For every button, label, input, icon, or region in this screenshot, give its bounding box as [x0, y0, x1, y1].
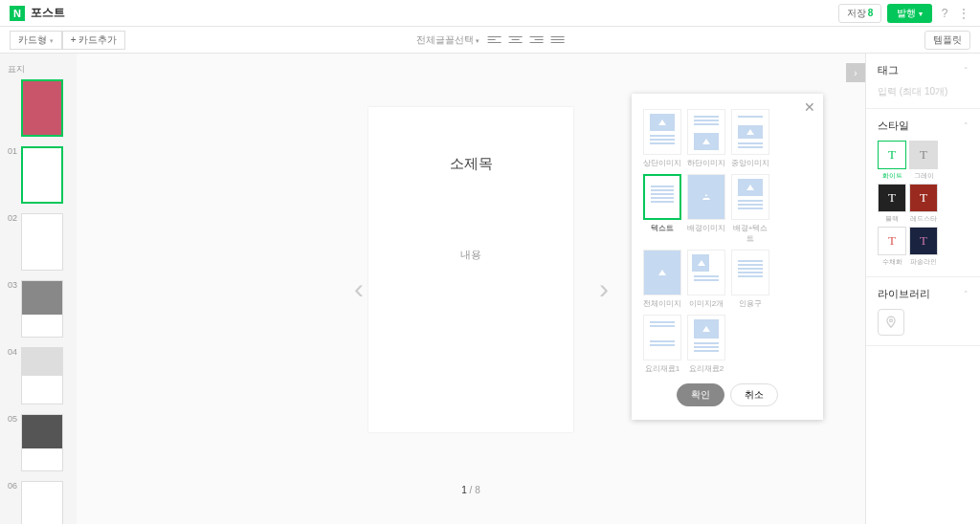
- template-button[interactable]: 템플릿: [924, 31, 970, 50]
- cover-label: 표지: [8, 63, 69, 76]
- layout-option-10[interactable]: 요리재료2: [687, 315, 725, 374]
- thumb-05[interactable]: [21, 414, 63, 471]
- save-button[interactable]: 저장8: [838, 4, 882, 23]
- style-option-3[interactable]: T레드스타: [909, 184, 938, 224]
- align-center-icon[interactable]: [508, 33, 522, 47]
- library-panel-header[interactable]: 라이브러리˄: [878, 287, 969, 301]
- thumb-num: 04: [8, 347, 17, 357]
- style-option-4[interactable]: T수채화: [878, 227, 906, 267]
- layout-option-4[interactable]: 배경이미지: [687, 174, 725, 244]
- svg-point-0: [890, 319, 893, 322]
- publish-button[interactable]: 발행 ▾: [887, 4, 932, 23]
- tag-input[interactable]: 입력 (최대 10개): [878, 85, 969, 98]
- thumb-04[interactable]: [21, 347, 63, 404]
- thumb-num: 01: [8, 146, 17, 156]
- confirm-button[interactable]: 확인: [677, 383, 724, 406]
- thumb-num: 05: [8, 414, 17, 424]
- tag-panel-header[interactable]: 태그˄: [878, 63, 969, 77]
- font-select[interactable]: 전체글꼴선택 ▾: [416, 33, 480, 47]
- brand-name: 포스트: [31, 5, 65, 21]
- layout-option-8[interactable]: 인용구: [731, 250, 769, 309]
- layout-option-1[interactable]: 하단이미지: [687, 109, 725, 168]
- help-icon[interactable]: ?: [938, 7, 951, 20]
- more-icon[interactable]: ⋮: [957, 7, 970, 20]
- thumb-num: 06: [8, 481, 17, 491]
- card-body-input[interactable]: 내용: [460, 248, 481, 262]
- thumb-01[interactable]: [21, 146, 63, 204]
- layout-option-9[interactable]: 요리재료1: [643, 315, 681, 374]
- cancel-button[interactable]: 취소: [730, 383, 778, 406]
- location-icon[interactable]: [878, 309, 904, 336]
- style-option-1[interactable]: T그레이: [909, 141, 938, 181]
- chevron-up-icon: ˄: [964, 290, 969, 299]
- thumb-num: 02: [8, 213, 17, 223]
- chevron-up-icon: ˄: [964, 121, 969, 131]
- style-option-2[interactable]: T블랙: [878, 184, 906, 224]
- canvas: ‹ 소제목 내용 › 1 / 8 › ✕ 상단이미지하단이미지중앙이미지텍스트배…: [77, 54, 865, 524]
- style-option-0[interactable]: T화이트: [878, 141, 906, 181]
- thumbnail-sidebar: 표지 01 02 03 04 05 06: [0, 54, 77, 524]
- chevron-up-icon: ˄: [964, 66, 969, 76]
- thumb-02[interactable]: [21, 213, 63, 271]
- layout-option-6[interactable]: 전체이미지: [643, 250, 681, 309]
- align-justify-icon[interactable]: [550, 33, 564, 47]
- layout-option-7[interactable]: 이미지2개: [687, 250, 725, 309]
- save-badge: 8: [868, 8, 874, 18]
- style-option-5[interactable]: T파송라인: [909, 227, 938, 267]
- thumb-num: 03: [8, 280, 17, 290]
- pager: 1 / 8: [461, 485, 479, 495]
- layout-option-0[interactable]: 상단이미지: [643, 109, 681, 168]
- thumb-cover[interactable]: [21, 79, 63, 137]
- thumb-06[interactable]: [21, 481, 63, 524]
- layout-option-3[interactable]: 텍스트: [643, 174, 681, 244]
- style-panel-header[interactable]: 스타일˄: [878, 119, 969, 133]
- prev-card-button[interactable]: ‹: [354, 273, 364, 305]
- close-icon[interactable]: ✕: [804, 99, 815, 115]
- next-card-button[interactable]: ›: [599, 273, 609, 305]
- add-card-button[interactable]: + 카드추가: [62, 31, 126, 50]
- card-editor[interactable]: 소제목 내용: [368, 107, 573, 432]
- layout-option-2[interactable]: 중앙이미지: [731, 109, 769, 168]
- logo: N: [10, 6, 25, 21]
- layout-option-5[interactable]: 배경+텍스트: [731, 174, 769, 244]
- layout-popup: ✕ 상단이미지하단이미지중앙이미지텍스트배경이미지배경+텍스트전체이미지이미지2…: [632, 94, 823, 420]
- collapse-right-icon[interactable]: ›: [846, 63, 865, 82]
- card-type-select[interactable]: 카드형 ▾: [10, 31, 62, 50]
- align-right-icon[interactable]: [529, 33, 543, 47]
- thumb-03[interactable]: [21, 280, 63, 338]
- right-sidebar: 태그˄ 입력 (최대 10개) 스타일˄ T화이트T그레이T블랙T레드스타T수채…: [865, 54, 980, 524]
- card-title-input[interactable]: 소제목: [450, 155, 493, 173]
- align-left-icon[interactable]: [487, 33, 501, 47]
